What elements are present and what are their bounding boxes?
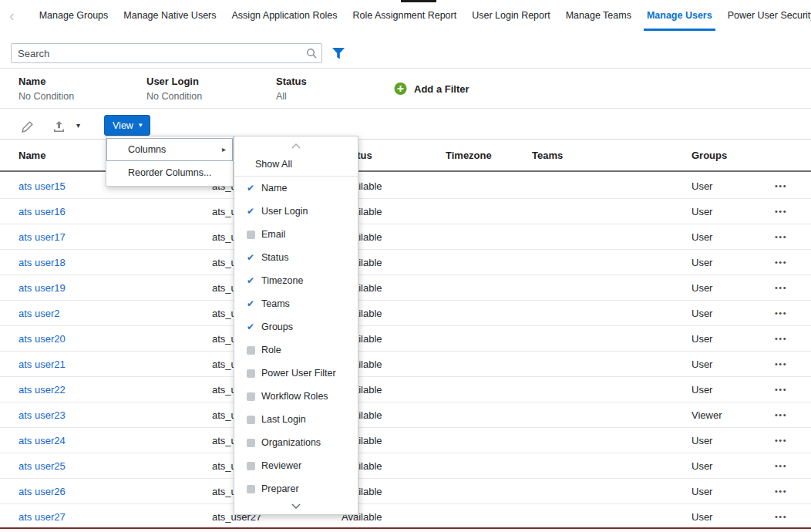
columns-submenu-item-label: Groups [261, 322, 293, 332]
unchecked-box-icon [247, 231, 255, 239]
table-row: ats user23 ats_user23 Available Viewer •… [0, 402, 811, 428]
columns-submenu-item[interactable]: ✔ Groups [234, 315, 358, 338]
tab[interactable]: User Login Report [464, 0, 557, 31]
row-actions-button[interactable]: ••• [775, 377, 787, 402]
user-name-link[interactable]: ats user2 [19, 301, 59, 326]
columns-submenu-item[interactable]: ✔ Email [234, 223, 358, 246]
tab[interactable]: Manage Native Users [116, 0, 224, 31]
row-actions-button[interactable]: ••• [775, 224, 787, 250]
row-actions-button[interactable]: ••• [775, 504, 787, 530]
filter-summary-item[interactable]: Name No Condition [19, 76, 74, 102]
groups-cell: User [692, 352, 712, 377]
columns-submenu-item[interactable]: ✔ Power User Filter [234, 362, 358, 385]
user-name-link[interactable]: ats user25 [19, 453, 66, 479]
tab-label: Assign Application Roles [232, 10, 338, 21]
table-row: ats user2 ats_user2 Available User ••• [0, 301, 811, 326]
filter-summary-item[interactable]: Status All [276, 76, 307, 102]
user-name-link[interactable]: ats user17 [19, 224, 66, 250]
table-row: ats user17 ats_user17 Available User ••• [0, 224, 811, 250]
columns-submenu-item[interactable]: ✔ Role [234, 338, 358, 362]
columns-submenu-item[interactable]: ✔ Teams [234, 292, 358, 315]
columns-submenu-item[interactable]: ✔ Reviewer [234, 454, 358, 477]
row-actions-button[interactable]: ••• [775, 250, 787, 275]
user-name-link[interactable]: ats user19 [19, 275, 66, 301]
row-actions-button[interactable]: ••• [775, 453, 787, 479]
user-name-link[interactable]: ats user27 [19, 504, 66, 530]
tab-label: User Login Report [472, 10, 550, 21]
tab-label: Manage Teams [566, 10, 631, 21]
columns-submenu-item[interactable]: ✔ Status [234, 246, 358, 269]
caret-down-icon: ▾ [139, 122, 143, 129]
more-actions-caret-icon[interactable]: ▾ [76, 121, 80, 130]
add-filter-button[interactable]: Add a Filter [394, 82, 469, 95]
tabs-scroll-left-icon[interactable]: ‹ [5, 0, 19, 31]
columns-submenu-item[interactable]: ✔ Timezone [234, 269, 358, 292]
user-name-link[interactable]: ats user23 [19, 402, 66, 428]
submenu-scroll-down[interactable] [234, 500, 358, 513]
columns-submenu-item[interactable]: ✔ Organizations [234, 431, 358, 454]
search-icon[interactable] [305, 47, 318, 59]
row-actions-button[interactable]: ••• [775, 402, 787, 428]
view-menu: Columns ▸ Reorder Columns... ▸ [106, 136, 234, 187]
add-filter-label: Add a Filter [414, 82, 469, 94]
columns-submenu-item[interactable]: ✔ Workflow Roles [234, 385, 358, 408]
user-name-link[interactable]: ats user22 [19, 377, 66, 402]
search-input[interactable] [12, 44, 321, 62]
row-actions-button[interactable]: ••• [775, 275, 787, 301]
tab-label: Manage Native Users [123, 10, 216, 21]
column-header-teams[interactable]: Teams [532, 140, 563, 172]
groups-cell: User [692, 275, 712, 301]
columns-submenu-item-label: Power User Filter [261, 368, 336, 379]
filter-funnel-icon[interactable] [331, 47, 345, 60]
submenu-scroll-up[interactable] [234, 140, 358, 152]
table-row: ats user21 ats_user21 Available User ••• [0, 352, 811, 377]
groups-cell: User [692, 301, 712, 326]
row-actions-button[interactable]: ••• [775, 326, 787, 352]
user-name-link[interactable]: ats user16 [19, 199, 66, 224]
tab[interactable]: Role Assignment Report [345, 0, 464, 31]
export-icon[interactable] [52, 120, 66, 133]
tab[interactable]: Manage Users [639, 0, 720, 31]
columns-submenu-item-label: Organizations [261, 437, 321, 448]
row-actions-button[interactable]: ••• [775, 428, 787, 453]
tab[interactable]: Manage Groups [32, 0, 116, 31]
view-menu-item[interactable]: Columns ▸ [106, 138, 233, 161]
tab[interactable]: Power User Security [720, 0, 811, 31]
view-menu-item[interactable]: Reorder Columns... ▸ [106, 161, 233, 184]
user-name-link[interactable]: ats user26 [19, 479, 66, 504]
table-row: ats user16 ats_user16 Available User ••• [0, 199, 811, 224]
table-row: ats user26 ats_user26 Available User ••• [0, 479, 811, 504]
column-header-timezone[interactable]: Timezone [446, 140, 492, 172]
row-actions-button[interactable]: ••• [775, 173, 787, 199]
unchecked-box-icon [247, 416, 255, 424]
tab[interactable]: Manage Teams [558, 0, 639, 31]
row-actions-button[interactable]: ••• [775, 199, 787, 224]
column-header-name[interactable]: Name [19, 140, 45, 172]
columns-submenu-item-label: Timezone [261, 275, 303, 286]
unchecked-box-icon [247, 462, 255, 470]
view-menu-item-label: Reorder Columns... [128, 167, 211, 178]
view-button[interactable]: View ▾ [104, 115, 150, 136]
row-actions-button[interactable]: ••• [775, 479, 787, 504]
columns-submenu-item[interactable]: ✔ Name [234, 177, 358, 200]
columns-submenu-item[interactable]: ✔ Preparer [234, 477, 358, 500]
row-actions-button[interactable]: ••• [775, 301, 787, 326]
column-header-groups[interactable]: Groups [692, 140, 727, 172]
tab-scroll-indicator [401, 0, 436, 2]
edit-icon[interactable] [21, 120, 34, 133]
tab[interactable]: Assign Application Roles [224, 0, 345, 31]
submenu-item-show-all[interactable]: Show All [234, 152, 358, 177]
user-name-link[interactable]: ats user21 [19, 352, 66, 377]
filter-summary-item[interactable]: User Login No Condition [146, 76, 202, 102]
user-name-link[interactable]: ats user18 [19, 250, 66, 275]
user-name-link[interactable]: ats user15 [19, 173, 66, 199]
columns-submenu-item-label: Name [261, 183, 287, 194]
user-name-link[interactable]: ats user24 [19, 428, 66, 453]
columns-submenu-item[interactable]: ✔ User Login [234, 200, 358, 223]
row-actions-button[interactable]: ••• [775, 352, 787, 377]
user-name-link[interactable]: ats user20 [19, 326, 66, 352]
unchecked-box-icon [247, 369, 255, 378]
columns-submenu-item[interactable]: ✔ Last Login [234, 408, 358, 431]
columns-submenu-item-label: Email [261, 229, 285, 240]
columns-submenu-item-label: Reviewer [261, 460, 301, 471]
